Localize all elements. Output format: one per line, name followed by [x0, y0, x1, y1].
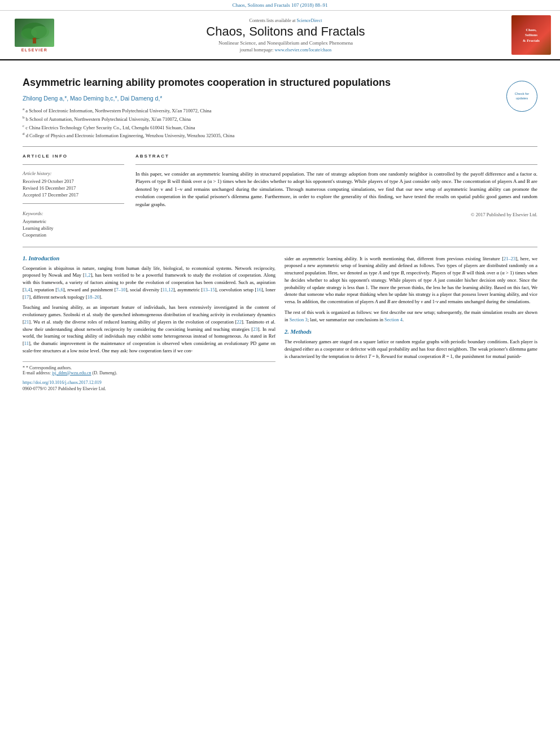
top-bar: Chaos, Solitons and Fractals 107 (2018) … [0, 0, 560, 11]
elsevier-logo-area: ELSEVIER [9, 19, 60, 52]
affiliation-a: a a School of Electronic Information, No… [23, 106, 537, 115]
body-columns: 1. Introduction Cooperation is ubiquitou… [23, 255, 537, 391]
journal-thumb-text: Chaos,Solitons& Fractals [520, 25, 542, 45]
ref-22[interactable]: 22 [237, 319, 242, 325]
ref-11-12[interactable]: 11,12 [163, 287, 173, 292]
check-badge-text: Check forupdates [515, 92, 530, 101]
email-link[interactable]: jsj_ddm@wzu.edu.cn [52, 370, 91, 375]
ref-17[interactable]: 17 [24, 294, 29, 300]
ref-21[interactable]: 21 [24, 319, 29, 325]
keywords-label: Keywords: [23, 211, 124, 216]
tree-svg [18, 20, 51, 45]
abstract-copyright: © 2017 Published by Elsevier Ltd. [135, 212, 537, 217]
ref-13-15[interactable]: 13–15 [203, 287, 215, 292]
ref-23[interactable]: 23 [253, 326, 258, 332]
methods-paragraph-1: The evolutionary games are staged on a s… [285, 338, 537, 360]
ref-3-4[interactable]: 3,4 [24, 287, 30, 292]
section1-title: 1. Introduction [23, 255, 275, 261]
divider-abstract [135, 164, 537, 165]
divider-info [23, 164, 124, 165]
ref-21-23[interactable]: 21–23 [504, 256, 515, 261]
section4-link[interactable]: Section 4 [384, 317, 403, 322]
divider-keywords [23, 203, 124, 204]
body-left-column: 1. Introduction Cooperation is ubiquitou… [23, 255, 275, 391]
journal-title: Chaos, Solitons and Fractals [65, 24, 506, 39]
check-for-updates-badge: Check forupdates [506, 81, 537, 112]
article-info-heading: ARTICLE INFO [23, 154, 124, 159]
ref-5-6[interactable]: 5,6 [57, 287, 63, 292]
section3-link[interactable]: Section 3 [290, 317, 308, 322]
body-right-column: sider an asymmetric learning ability. It… [285, 255, 537, 391]
intro-paragraph-2: Teaching and learning ability, as an imp… [23, 304, 275, 354]
info-abstract-columns: ARTICLE INFO Article history: Received 2… [23, 154, 537, 239]
journal-header: ELSEVIER Contents lists available at Sci… [0, 11, 560, 60]
doi-section: https://doi.org/10.1016/j.chaos.2017.12.… [23, 380, 275, 385]
body-divider [23, 247, 537, 247]
authors-text: Zhilong Deng a,*, Mao Deming b,c,*, Dai … [23, 95, 162, 102]
affiliation-d: d d College of Physics and Electronic In… [23, 131, 537, 139]
abstract-column: ABSTRACT In this paper, we consider an a… [135, 154, 537, 239]
article-title: Asymmetric learning ability promotes coo… [23, 76, 537, 89]
intro-right-p2: The rest of this work is organized as fo… [285, 309, 537, 324]
main-content: Check forupdates Asymmetric learning abi… [0, 60, 560, 403]
article-history-label: Article history: [23, 171, 124, 176]
elsevier-text: ELSEVIER [21, 48, 48, 52]
journal-center: Contents lists available at ScienceDirec… [65, 18, 506, 53]
divider-1 [23, 146, 537, 147]
keyword-3: Cooperation [23, 232, 124, 238]
journal-homepage: journal homepage: www.elsevier.com/locat… [65, 47, 506, 53]
journal-citation: Chaos, Solitons and Fractals 107 (2018) … [232, 2, 327, 8]
svg-point-2 [31, 26, 49, 38]
footnote-email: E-mail address: jsj_ddm@wzu.edu.cn (D. D… [23, 370, 275, 375]
title-area: Check forupdates Asymmetric learning abi… [23, 76, 537, 89]
affiliation-c: c c China Electrics Technology Cyber Sec… [23, 123, 537, 132]
keywords-section: Keywords: Asymmetric Learning ability Co… [23, 211, 124, 238]
footnote-corresponding: * * Corresponding authors. [23, 365, 275, 370]
journal-thumbnail: Chaos,Solitons& Fractals [511, 15, 551, 55]
article-info-column: ARTICLE INFO Article history: Received 2… [23, 154, 124, 239]
sciencedirect-link[interactable]: ScienceDirect [297, 18, 322, 23]
intro-paragraph-1: Cooperation is ubiquitous in nature, ran… [23, 265, 275, 301]
authors-line: Zhilong Deng a,*, Mao Deming b,c,*, Dai … [23, 95, 537, 102]
ref-16[interactable]: 16 [256, 287, 261, 292]
issn-text: 0960-0779/© 2017 Published by Elsevier L… [23, 386, 275, 391]
revised-date: Revised 16 December 2017 [23, 185, 124, 191]
homepage-link[interactable]: www.elsevier.com/locate/chaos [274, 47, 331, 53]
ref-1-2[interactable]: 1,2 [85, 272, 91, 278]
received-date: Received 29 October 2017 [23, 178, 124, 184]
section2-title: 2. Methods [285, 329, 537, 335]
abstract-text: In this paper, we consider an asymmetric… [135, 171, 537, 209]
sciencedirect-label: Contents lists available at ScienceDirec… [65, 18, 506, 23]
journal-subtitle: Nonlinear Science, and Nonequilibrium an… [65, 40, 506, 46]
elsevier-tree-icon [15, 19, 54, 47]
ref-18-20[interactable]: 18–20 [88, 294, 99, 300]
ref-11b[interactable]: 11 [24, 340, 29, 346]
ref-7-10[interactable]: 7–10 [116, 287, 126, 292]
svg-rect-3 [33, 38, 36, 43]
footnote-section: * * Corresponding authors. E-mail addres… [23, 361, 275, 375]
accepted-date: Accepted 17 December 2017 [23, 192, 124, 198]
keyword-2: Learning ability [23, 225, 124, 231]
keyword-1: Asymmetric [23, 219, 124, 224]
doi-link[interactable]: https://doi.org/10.1016/j.chaos.2017.12.… [23, 380, 102, 385]
affiliations: a a School of Electronic Information, No… [23, 106, 537, 139]
affiliation-b: b b School of Automation, Northwestern P… [23, 115, 537, 123]
abstract-heading: ABSTRACT [135, 154, 537, 159]
intro-right-p1: sider an asymmetric learning ability. It… [285, 255, 537, 305]
